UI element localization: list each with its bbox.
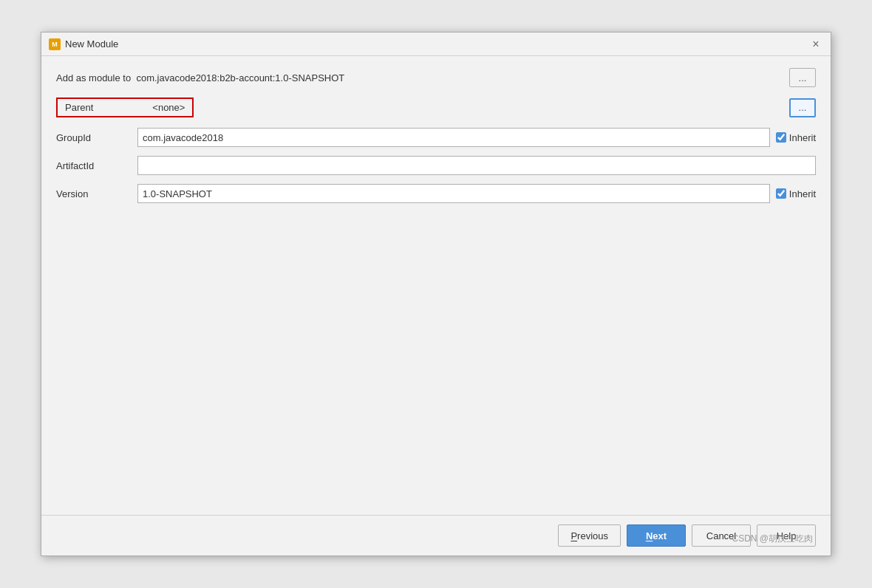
version-inherit-label[interactable]: Inherit [776, 188, 816, 199]
add-module-row: Add as module to com.javacode2018:b2b-ac… [56, 68, 816, 87]
parent-box: Parent <none> [56, 98, 194, 117]
parent-label: Parent [65, 102, 93, 113]
artifactid-input-area [137, 156, 816, 175]
previous-button[interactable]: Previous [558, 524, 621, 547]
artifactid-row: ArtifactId [56, 156, 816, 175]
groupid-label: GroupId [56, 132, 137, 143]
artifactid-label: ArtifactId [56, 160, 137, 171]
version-row: Version Inherit [56, 184, 816, 203]
parent-value: <none> [152, 102, 185, 113]
version-label: Version [56, 188, 137, 199]
dialog-icon: M [49, 38, 61, 50]
new-module-dialog: M New Module × Add as module to com.java… [41, 32, 831, 556]
title-bar: M New Module × [41, 33, 831, 56]
version-input[interactable] [137, 184, 770, 203]
groupid-inherit-checkbox[interactable] [776, 132, 786, 143]
parent-ellipsis-button[interactable]: ... [789, 98, 816, 117]
close-button[interactable]: × [808, 37, 823, 52]
watermark: CSDN @胡汉三吃肉 [732, 533, 813, 545]
dialog-body: Add as module to com.javacode2018:b2b-ac… [41, 56, 831, 515]
add-module-ellipsis-button[interactable]: ... [789, 68, 816, 87]
dialog-footer: Previous Next Cancel Help [41, 515, 831, 555]
title-bar-left: M New Module [49, 38, 118, 50]
parent-row: Parent <none> ... [56, 98, 816, 117]
artifactid-input[interactable] [137, 156, 816, 175]
dialog-title: New Module [65, 38, 118, 49]
groupid-inherit-label[interactable]: Inherit [776, 132, 816, 143]
groupid-row: GroupId Inherit [56, 128, 816, 147]
add-module-text: Add as module to com.javacode2018:b2b-ac… [56, 72, 344, 83]
next-button[interactable]: Next [627, 524, 686, 547]
groupid-input[interactable] [137, 128, 770, 147]
groupid-input-area: Inherit [137, 128, 816, 147]
version-inherit-checkbox[interactable] [776, 188, 786, 199]
version-input-area: Inherit [137, 184, 816, 203]
